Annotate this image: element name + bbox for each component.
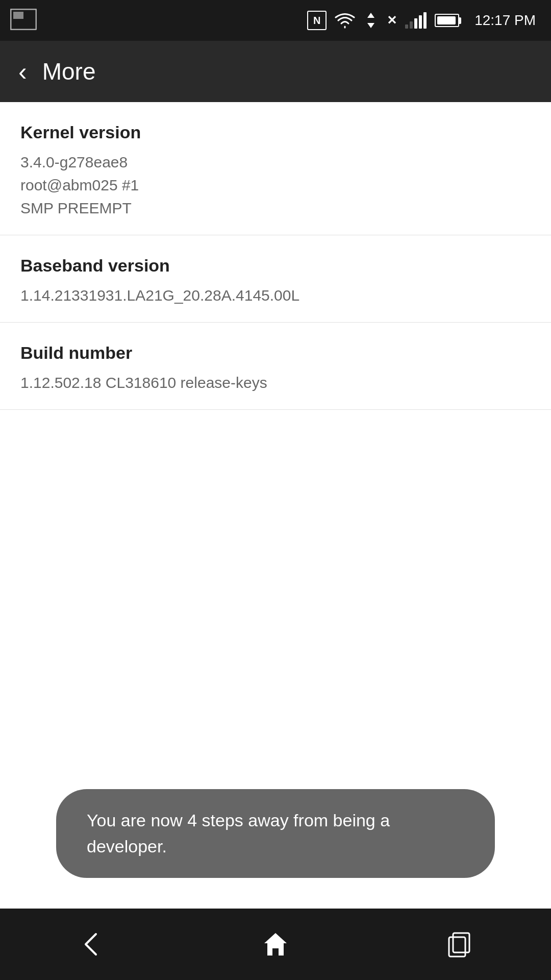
status-icons: N ✕ — [307, 11, 536, 30]
kernel-version-section: Kernel version 3.4.0-g278eae8root@abm025… — [0, 102, 551, 235]
svg-rect-5 — [453, 933, 469, 952]
svg-rect-1 — [13, 12, 23, 19]
baseband-version-value: 1.14.21331931.LA21G_20.28A.4145.00L — [20, 284, 531, 307]
toast-notification: You are now 4 steps away from being a de… — [56, 789, 495, 878]
content-area: Kernel version 3.4.0-g278eae8root@abm025… — [0, 102, 551, 410]
data-activity-icon — [363, 12, 379, 29]
build-number-section[interactable]: Build number 1.12.502.18 CL318610 releas… — [0, 323, 551, 410]
nav-home-button[interactable] — [260, 929, 291, 960]
battery-icon — [435, 14, 461, 27]
page-title: More — [42, 58, 96, 85]
nav-back-icon — [77, 929, 107, 960]
nav-recents-button[interactable] — [444, 929, 474, 960]
signal-icon — [405, 12, 427, 29]
nav-home-icon — [260, 929, 291, 960]
svg-marker-3 — [367, 23, 374, 28]
svg-rect-4 — [449, 937, 465, 957]
status-time: 12:17 PM — [474, 12, 536, 29]
status-bar: N ✕ — [0, 0, 551, 41]
toast-message: You are now 4 steps away from being a de… — [87, 807, 464, 860]
build-number-value: 1.12.502.18 CL318610 release-keys — [20, 371, 531, 394]
nav-recents-icon — [444, 929, 474, 960]
kernel-version-label: Kernel version — [20, 122, 531, 142]
wifi-icon — [335, 11, 355, 30]
baseband-version-label: Baseband version — [20, 256, 531, 276]
svg-marker-2 — [367, 13, 374, 18]
kernel-version-value: 3.4.0-g278eae8root@abm025 #1SMP PREEMPT — [20, 151, 531, 219]
back-button[interactable]: ‹ — [18, 59, 27, 84]
baseband-version-section: Baseband version 1.14.21331931.LA21G_20.… — [0, 235, 551, 323]
no-service-icon: ✕ — [387, 13, 397, 28]
screenshot-thumbnail — [10, 9, 37, 32]
header: ‹ More — [0, 41, 551, 102]
navigation-bar — [0, 909, 551, 980]
nfc-icon: N — [307, 11, 327, 30]
build-number-label: Build number — [20, 343, 531, 363]
nav-back-button[interactable] — [77, 929, 107, 960]
